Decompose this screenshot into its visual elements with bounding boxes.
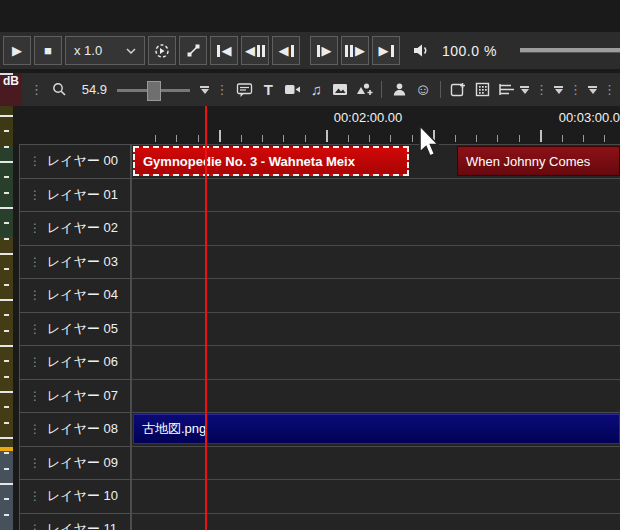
meter-tick — [0, 115, 13, 117]
layer-header-08[interactable]: ⋮レイヤー 08 — [19, 412, 131, 446]
layer-grip-handle[interactable]: ⋮ — [20, 155, 47, 167]
layer-header-05[interactable]: ⋮レイヤー 05 — [19, 312, 131, 346]
add-image-button[interactable] — [329, 78, 351, 102]
step-forward-frames-button[interactable]: ▶ — [341, 36, 369, 65]
add-character-button[interactable] — [388, 78, 410, 102]
layer-header-06[interactable]: ⋮レイヤー 06 — [19, 345, 131, 379]
zoom-slider-thumb[interactable] — [147, 81, 161, 101]
add-shape-object-button[interactable] — [353, 78, 375, 102]
ruler-tick — [305, 135, 306, 142]
meter-segment — [0, 106, 13, 147]
toolbar-grip-handle[interactable]: ⋮ — [565, 83, 586, 96]
layer-grip-handle[interactable]: ⋮ — [20, 222, 47, 234]
meter-tick — [4, 222, 9, 224]
playback-speed-select[interactable]: x 1.0 — [65, 36, 145, 65]
layer-grip-handle[interactable]: ⋮ — [20, 523, 47, 530]
keyframe-mode-button[interactable] — [179, 36, 207, 65]
skip-to-start-button[interactable]: ◀ — [210, 36, 238, 65]
ruler-tick — [326, 130, 328, 142]
layer-grip-handle[interactable]: ⋮ — [20, 256, 47, 268]
ruler-tick — [583, 135, 584, 142]
layer-label: レイヤー 07 — [47, 387, 118, 405]
layer-grip-handle[interactable]: ⋮ — [20, 423, 47, 435]
comment-icon — [236, 82, 253, 98]
zoom-tool-button[interactable] — [48, 78, 70, 102]
layer-label: レイヤー 10 — [47, 487, 118, 505]
image-icon — [332, 83, 348, 96]
add-video-button[interactable] — [281, 78, 303, 102]
layer-header-01[interactable]: ⋮レイヤー 01 — [19, 178, 131, 212]
layer-list-button[interactable] — [495, 78, 517, 102]
add-comment-button[interactable] — [233, 78, 255, 102]
step-back-one-frame-button[interactable]: ◀ — [272, 36, 300, 65]
layer-grip-handle[interactable]: ⋮ — [20, 189, 47, 201]
layer-label: レイヤー 04 — [47, 286, 118, 304]
bar-icon — [291, 45, 294, 57]
toolbar-overflow-chevron[interactable] — [588, 86, 597, 94]
layer-header-03[interactable]: ⋮レイヤー 03 — [19, 245, 131, 279]
layer-grip-handle[interactable]: ⋮ — [20, 490, 47, 502]
playhead[interactable] — [205, 106, 207, 530]
layer-header-11[interactable]: ⋮レイヤー 11 — [19, 513, 131, 530]
meter-tick — [4, 452, 9, 454]
fwd-one-icon: ▶ — [322, 44, 332, 57]
skip-to-end-button[interactable]: ▶ — [372, 36, 400, 65]
toolbar-overflow-chevron[interactable] — [520, 86, 529, 94]
ruler-tick — [198, 135, 199, 142]
timeline-clip[interactable]: When Johnny Comes — [457, 146, 620, 176]
add-frame-effect-button[interactable] — [447, 78, 469, 102]
ruler-tick — [390, 135, 391, 142]
toolbar-grip-handle[interactable]: ⋮ — [599, 83, 620, 96]
time-ruler[interactable]: 00:02:00.0000:03:00.00 — [0, 106, 620, 144]
meter-tick — [0, 253, 13, 255]
layer-header-04[interactable]: ⋮レイヤー 04 — [19, 278, 131, 312]
layer-grip-handle[interactable]: ⋮ — [20, 323, 47, 335]
layer-label: レイヤー 09 — [47, 454, 118, 472]
meter-tick — [0, 483, 13, 485]
ruler-tick — [433, 130, 435, 142]
zoom-collapse-chevron[interactable] — [200, 86, 209, 94]
layer-header-07[interactable]: ⋮レイヤー 07 — [19, 379, 131, 413]
add-text-button[interactable]: T — [257, 78, 279, 102]
layer-header-02[interactable]: ⋮レイヤー 02 — [19, 211, 131, 245]
meter-tick — [4, 514, 9, 516]
play-button[interactable]: ▶ — [3, 36, 31, 65]
add-filter-pattern-button[interactable] — [471, 78, 493, 102]
layer-grip-handle[interactable]: ⋮ — [20, 289, 47, 301]
step-forward-one-frame-button[interactable]: ▶ — [310, 36, 338, 65]
volume-slider[interactable] — [520, 48, 620, 53]
meter-tick — [4, 284, 9, 286]
layer-header-09[interactable]: ⋮レイヤー 09 — [19, 446, 131, 480]
step-back-frames-button[interactable]: ◀ — [241, 36, 269, 65]
music-note-icon: ♫ — [311, 81, 322, 98]
toolbar-grip-handle[interactable]: ⋮ — [211, 83, 232, 96]
layer-grip-handle[interactable]: ⋮ — [20, 390, 47, 402]
toolbar-overflow-chevron[interactable] — [554, 86, 563, 94]
stop-button[interactable]: ■ — [34, 36, 62, 65]
meter-tick — [4, 406, 9, 408]
layer-grip-handle[interactable]: ⋮ — [20, 457, 47, 469]
bar-icon — [345, 45, 348, 57]
layer-header-10[interactable]: ⋮レイヤー 10 — [19, 479, 131, 513]
layer-label: レイヤー 01 — [47, 186, 118, 204]
add-face-button[interactable]: ☺ — [412, 78, 434, 102]
add-audio-button[interactable]: ♫ — [305, 78, 327, 102]
layer-list-icon — [498, 82, 515, 97]
meter-tick — [4, 498, 9, 500]
db-label: dB — [3, 74, 19, 88]
meter-tick — [4, 268, 9, 270]
text-tool-icon: T — [264, 81, 273, 98]
layer-grip-handle[interactable]: ⋮ — [20, 356, 47, 368]
db-meter-header: dB — [0, 73, 22, 106]
toolbar-grip-handle[interactable]: ⋮ — [26, 83, 47, 96]
timeline-clip[interactable]: Gymnopedie No. 3 - Wahneta Meix — [133, 146, 409, 176]
loop-icon — [154, 43, 170, 59]
timeline-zoom-slider[interactable] — [117, 80, 190, 100]
meter-tick — [0, 207, 13, 209]
timeline-zoom-value: 54.9 — [79, 82, 107, 97]
loop-playback-button[interactable] — [148, 36, 176, 65]
meter-tick — [4, 330, 9, 332]
toolbar-grip-handle[interactable]: ⋮ — [531, 83, 552, 96]
layer-header-panel: ⋮レイヤー 00⋮レイヤー 01⋮レイヤー 02⋮レイヤー 03⋮レイヤー 04… — [19, 144, 131, 530]
layer-header-00[interactable]: ⋮レイヤー 00 — [19, 144, 131, 178]
